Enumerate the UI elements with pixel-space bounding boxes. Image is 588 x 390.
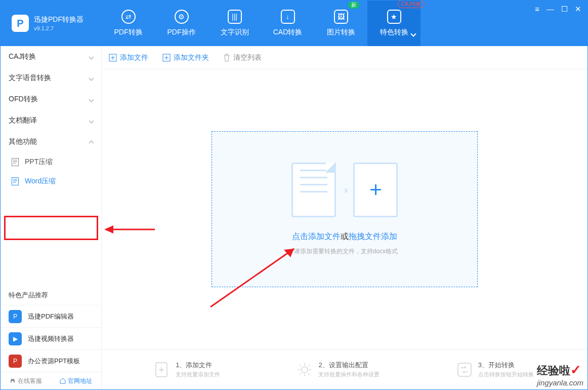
- step-1: 1、添加文件支持批量添加文件: [155, 361, 220, 378]
- gear-icon: ⚙: [175, 10, 189, 24]
- steps-bar: 1、添加文件支持批量添加文件 2、设置输出配置支持批量操作和各种设置 3、开始转…: [102, 349, 587, 389]
- app-title-block: 迅捷PDF转换器 v9.1.2.7: [34, 15, 83, 31]
- sidebar-footer: 在线客服 官网地址: [1, 372, 101, 389]
- svg-point-5: [302, 367, 308, 373]
- close-button[interactable]: ✕: [575, 5, 581, 14]
- sidebar-cat-voice[interactable]: 文字语音转换: [1, 67, 101, 89]
- clear-list-button[interactable]: 清空列表: [223, 53, 262, 62]
- window-controls: ≡ — ☐ ✕: [535, 5, 581, 14]
- nav-label: PDF转换: [114, 28, 143, 37]
- chevron-up-icon: [89, 140, 94, 145]
- arrow-right-icon: ›››: [344, 185, 346, 196]
- chevron-down-icon: [410, 31, 416, 36]
- nav-label: 图片转换: [327, 28, 355, 37]
- sidebar-item-label: Word压缩: [25, 177, 56, 186]
- sidebar: CAJ转换 文字语音转换 OFD转换 文档翻译 其他功能 PPT压缩 Word压…: [1, 46, 102, 389]
- caj-badge: CAJ转换: [398, 0, 425, 8]
- ocr-icon: |||: [228, 10, 242, 24]
- dropzone-illustration: ››› +: [291, 163, 398, 217]
- sidebar-item-ppt-compress[interactable]: PPT压缩: [1, 152, 101, 172]
- menu-button[interactable]: ≡: [535, 5, 539, 14]
- nav-pdf-convert[interactable]: ⇄ PDF转换: [102, 1, 155, 46]
- chevron-down-icon: [89, 54, 94, 59]
- settings-step-icon: [297, 362, 312, 377]
- sidebar-cat-caj[interactable]: CAJ转换: [1, 46, 101, 67]
- headset-icon: [10, 378, 16, 384]
- chevron-down-icon: [89, 75, 94, 81]
- logo-area: P 迅捷PDF转换器 v9.1.2.7: [1, 1, 102, 46]
- app-header: P 迅捷PDF转换器 v9.1.2.7 ⇄ PDF转换 ⚙ PDF操作 ||| …: [1, 1, 587, 46]
- main-nav: ⇄ PDF转换 ⚙ PDF操作 ||| 文字识别 ↓ CAD转换 新 🖼 图片转…: [102, 1, 587, 46]
- file-dropzone[interactable]: ››› + 点击添加文件或拖拽文件添加 *请添加需要转换的文件，支持docx格式: [212, 131, 478, 287]
- promo-icon: P: [9, 310, 22, 323]
- dropzone-hint: *请添加需要转换的文件，支持docx格式: [291, 247, 398, 256]
- sidebar-item-label: PPT压缩: [25, 158, 53, 167]
- online-service-link[interactable]: 在线客服: [1, 372, 51, 389]
- file-icon: [12, 177, 19, 185]
- promo-label: 迅捷PDF编辑器: [28, 312, 74, 321]
- sidebar-cat-other[interactable]: 其他功能: [1, 131, 101, 152]
- sidebar-cat-ofd[interactable]: OFD转换: [1, 89, 101, 110]
- nav-label: CAD转换: [273, 28, 303, 37]
- promo-icon: P: [9, 355, 22, 368]
- promo-label: 办公资源PPT模板: [28, 357, 80, 366]
- document-icon: [291, 163, 336, 217]
- promo-icon: ▶: [9, 332, 22, 345]
- svg-rect-0: [12, 159, 19, 166]
- svg-rect-1: [12, 178, 19, 185]
- image-icon: 🖼: [334, 10, 348, 24]
- file-icon: [12, 158, 19, 166]
- maximize-button[interactable]: ☐: [561, 5, 568, 14]
- nav-ocr[interactable]: ||| 文字识别: [208, 1, 261, 46]
- nav-label: 文字识别: [221, 28, 249, 37]
- nav-label: PDF操作: [167, 28, 196, 37]
- chevron-down-icon: [89, 118, 94, 123]
- new-badge: 新: [348, 2, 359, 9]
- app-logo-icon: P: [12, 15, 29, 32]
- app-version: v9.1.2.7: [34, 25, 83, 31]
- chevron-down-icon: [89, 97, 94, 102]
- add-folder-button[interactable]: 添加文件夹: [162, 53, 209, 62]
- promo-video[interactable]: ▶迅捷视频转换器: [1, 327, 101, 349]
- sidebar-item-word-compress[interactable]: Word压缩: [1, 172, 101, 191]
- svg-rect-6: [458, 363, 471, 376]
- toolbar: 添加文件 添加文件夹 清空列表: [102, 46, 587, 69]
- nav-pdf-operate[interactable]: ⚙ PDF操作: [155, 1, 208, 46]
- convert-step-icon: [457, 362, 472, 377]
- content-area: 添加文件 添加文件夹 清空列表 ››› +: [102, 46, 587, 389]
- nav-image[interactable]: 新 🖼 图片转换: [314, 1, 367, 46]
- cad-icon: ↓: [281, 10, 295, 24]
- step-3: 3、开始转换点击转换按钮开始转换: [457, 361, 534, 378]
- promo-label: 迅捷视频转换器: [28, 334, 74, 343]
- app-name: 迅捷PDF转换器: [34, 15, 83, 24]
- main-area: CAJ转换 文字语音转换 OFD转换 文档翻译 其他功能 PPT压缩 Word压…: [1, 46, 587, 389]
- official-site-link[interactable]: 官网地址: [51, 372, 102, 389]
- add-folder-icon: [162, 54, 171, 62]
- step-2: 2、设置输出配置支持批量操作和各种设置: [297, 361, 380, 378]
- home-icon: [60, 378, 66, 384]
- trash-icon: [223, 54, 230, 62]
- promo-heading: 特色产品推荐: [1, 286, 101, 305]
- add-file-button[interactable]: 添加文件: [109, 53, 148, 62]
- nav-label: 特色转换: [380, 28, 408, 37]
- dropzone-text: 点击添加文件或拖拽文件添加: [292, 231, 397, 242]
- add-file-icon: [109, 54, 117, 62]
- swap-icon: ⇄: [121, 10, 136, 24]
- nav-special[interactable]: CAJ转换 ★ 特色转换: [367, 1, 421, 46]
- promo-editor[interactable]: P迅捷PDF编辑器: [1, 305, 101, 327]
- dropzone-container: ››› + 点击添加文件或拖拽文件添加 *请添加需要转换的文件，支持docx格式: [102, 69, 587, 349]
- minimize-button[interactable]: —: [547, 5, 554, 14]
- sidebar-cat-translate[interactable]: 文档翻译: [1, 110, 101, 131]
- promo-ppt[interactable]: P办公资源PPT模板: [1, 349, 101, 372]
- star-icon: ★: [387, 10, 401, 24]
- add-step-icon: [155, 362, 170, 377]
- plus-add-icon: +: [353, 163, 398, 217]
- nav-cad[interactable]: ↓ CAD转换: [261, 1, 314, 46]
